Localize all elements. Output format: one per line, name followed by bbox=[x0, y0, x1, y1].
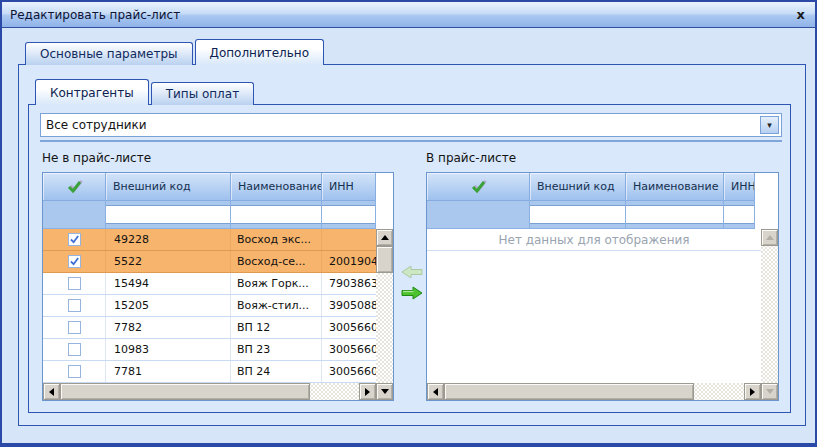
cell-inn: 2001904 bbox=[322, 251, 376, 272]
row-checkbox-cell[interactable] bbox=[43, 295, 106, 316]
row-checkbox[interactable] bbox=[68, 233, 81, 246]
filter-cell-inn bbox=[322, 201, 376, 229]
table-row[interactable]: 7782ВП 123005660 bbox=[43, 317, 376, 339]
in-pricelist-grid: Внешний код Наименование ИНН bbox=[426, 172, 779, 401]
column-header-inn[interactable]: ИНН bbox=[322, 173, 376, 201]
tab-payment-types[interactable]: Типы оплат bbox=[151, 82, 254, 105]
employees-combobox[interactable]: Все сотрудники ▾ bbox=[40, 113, 782, 137]
dialog-window: Редактировать прайс-лист x Основные пара… bbox=[0, 0, 817, 447]
cell-external-code: 15494 bbox=[106, 273, 231, 294]
column-header-external-code[interactable]: Внешний код bbox=[106, 173, 231, 201]
row-checkbox[interactable] bbox=[68, 321, 81, 334]
filter-cell-name bbox=[231, 201, 322, 229]
cell-external-code: 10983 bbox=[106, 339, 231, 360]
column-header-check[interactable] bbox=[43, 173, 106, 201]
tab-counterparties[interactable]: Контрагенты bbox=[35, 79, 149, 105]
cell-external-code: 7781 bbox=[106, 361, 231, 382]
scroll-up-button[interactable] bbox=[376, 229, 393, 246]
cell-name: ВП 24 bbox=[231, 361, 322, 382]
scroll-up-button-disabled bbox=[761, 229, 778, 246]
table-row[interactable]: 15205Вояж-стил...3905088 bbox=[43, 295, 376, 317]
filter-input-name[interactable] bbox=[231, 207, 322, 222]
row-checkbox[interactable] bbox=[68, 299, 81, 312]
column-header-name[interactable]: Наименование bbox=[231, 173, 322, 201]
row-checkbox-cell[interactable] bbox=[43, 229, 106, 250]
filter-input-name[interactable] bbox=[626, 207, 724, 222]
row-checkbox[interactable] bbox=[68, 343, 81, 356]
right-grid-header: Внешний код Наименование ИНН bbox=[427, 173, 778, 201]
combobox-dropdown-button[interactable]: ▾ bbox=[760, 116, 779, 134]
sub-tab-bar: Контрагенты Типы оплат bbox=[35, 79, 254, 105]
not-in-pricelist-grid: Внешний код Наименование ИНН bbox=[42, 172, 394, 401]
scroll-right-button[interactable] bbox=[359, 383, 376, 400]
left-grid-header: Внешний код Наименование ИНН bbox=[43, 173, 393, 201]
table-row[interactable]: 5522Восход-се...2001904 bbox=[43, 251, 376, 273]
table-row[interactable]: 15494Вояж Горк...7903863 bbox=[43, 273, 376, 295]
table-row[interactable]: 10983ВП 233005660 bbox=[43, 339, 376, 361]
cell-name: Вояж Горк... bbox=[231, 273, 322, 294]
scroll-left-button[interactable] bbox=[43, 383, 60, 400]
cell-inn: 3905088 bbox=[322, 295, 376, 316]
table-row[interactable]: 7781ВП 243005660 bbox=[43, 361, 376, 383]
scroll-right-button[interactable] bbox=[744, 383, 761, 400]
scrollbar-thumb[interactable] bbox=[444, 383, 694, 400]
left-grid-filter-row bbox=[43, 201, 393, 229]
cell-name: Восход-се... bbox=[231, 251, 322, 272]
right-grid-rows: Нет данных для отображения bbox=[427, 229, 761, 383]
cell-inn: 3005660 bbox=[322, 361, 376, 382]
left-grid-horizontal-scrollbar[interactable] bbox=[43, 383, 376, 400]
cell-inn bbox=[322, 229, 376, 250]
filter-cell-name bbox=[626, 201, 724, 229]
row-checkbox-cell[interactable] bbox=[43, 251, 106, 272]
select-all-check-icon bbox=[65, 180, 83, 194]
cell-external-code: 15205 bbox=[106, 295, 231, 316]
row-checkbox[interactable] bbox=[68, 277, 81, 290]
column-header-check[interactable] bbox=[427, 173, 530, 201]
filter-input-inn[interactable] bbox=[724, 207, 755, 222]
filter-input-inn[interactable] bbox=[322, 207, 376, 222]
scroll-down-button[interactable] bbox=[376, 383, 393, 400]
right-grid-title: В прайс-листе bbox=[426, 151, 516, 165]
scrollbar-thumb[interactable] bbox=[376, 246, 393, 273]
tab-additional[interactable]: Дополнительно bbox=[195, 39, 325, 65]
filter-input-external-code[interactable] bbox=[106, 207, 231, 222]
title-bar[interactable]: Редактировать прайс-лист x bbox=[2, 2, 815, 28]
cell-inn: 3005660 bbox=[322, 317, 376, 338]
row-checkbox-cell[interactable] bbox=[43, 273, 106, 294]
row-checkbox-cell[interactable] bbox=[43, 317, 106, 338]
cell-name: Восход экс... bbox=[231, 229, 322, 250]
cell-name: ВП 12 bbox=[231, 317, 322, 338]
scroll-left-button[interactable] bbox=[427, 383, 444, 400]
left-grid-title: Не в прайс-листе bbox=[42, 151, 151, 165]
column-header-name[interactable]: Наименование bbox=[626, 173, 724, 201]
scrollbar-thumb[interactable] bbox=[60, 383, 310, 400]
column-header-external-code[interactable]: Внешний код bbox=[530, 173, 626, 201]
combobox-underline bbox=[40, 140, 782, 142]
right-grid-horizontal-scrollbar[interactable] bbox=[427, 383, 761, 400]
filter-cell-code bbox=[530, 201, 626, 229]
filter-cell-check bbox=[43, 201, 106, 229]
cell-name: Вояж-стил... bbox=[231, 295, 322, 316]
select-all-check-icon bbox=[469, 180, 487, 194]
left-grid-vertical-scrollbar[interactable] bbox=[376, 229, 393, 400]
empty-data-message: Нет данных для отображения bbox=[427, 229, 761, 251]
filter-input-external-code[interactable] bbox=[530, 207, 626, 222]
row-checkbox-cell[interactable] bbox=[43, 339, 106, 360]
main-tab-bar: Основные параметры Дополнительно bbox=[25, 39, 324, 65]
left-grid-rows: 49228Восход экс...5522Восход-се...200190… bbox=[43, 229, 376, 383]
combobox-value: Все сотрудники bbox=[41, 118, 147, 132]
cell-external-code: 5522 bbox=[106, 251, 231, 272]
cell-name: ВП 23 bbox=[231, 339, 322, 360]
row-checkbox[interactable] bbox=[68, 255, 81, 268]
move-to-left-button[interactable] bbox=[399, 263, 425, 280]
cell-external-code: 49228 bbox=[106, 229, 231, 250]
close-icon[interactable]: x bbox=[797, 8, 805, 21]
tab-main-parameters[interactable]: Основные параметры bbox=[25, 42, 193, 65]
window-title: Редактировать прайс-лист bbox=[10, 8, 180, 22]
scroll-down-button-disabled bbox=[761, 383, 778, 400]
table-row[interactable]: 49228Восход экс... bbox=[43, 229, 376, 251]
column-header-inn[interactable]: ИНН bbox=[724, 173, 755, 201]
row-checkbox-cell[interactable] bbox=[43, 361, 106, 382]
row-checkbox[interactable] bbox=[68, 365, 81, 378]
move-to-right-button[interactable] bbox=[399, 284, 425, 301]
